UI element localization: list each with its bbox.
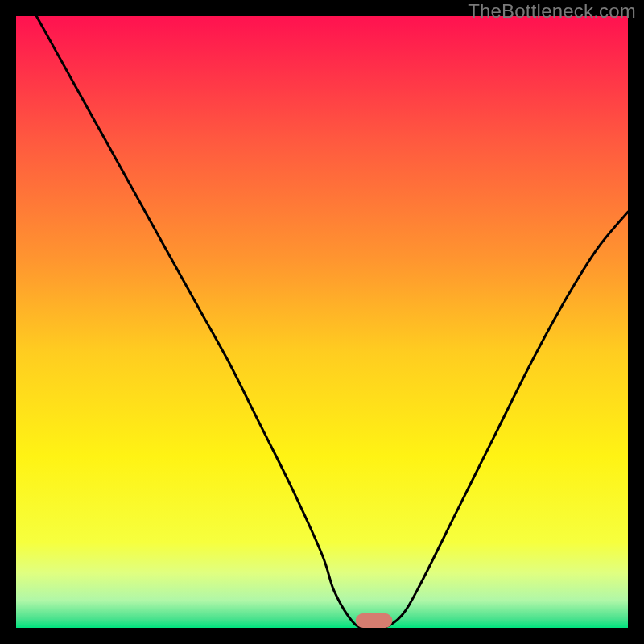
chart-svg xyxy=(16,16,628,628)
watermark-text: TheBottleneck.com xyxy=(468,0,636,23)
bottleneck-chart xyxy=(16,16,628,628)
optimal-marker xyxy=(356,613,393,628)
chart-frame: TheBottleneck.com xyxy=(0,0,644,644)
chart-background xyxy=(16,16,628,628)
